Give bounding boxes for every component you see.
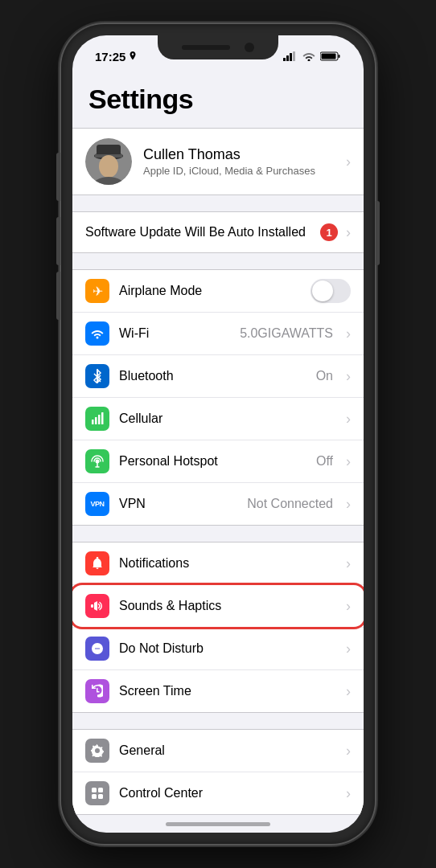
wifi-icon xyxy=(85,321,109,346)
screentime-icon-svg xyxy=(92,684,103,698)
svg-rect-2 xyxy=(290,53,292,61)
svg-rect-1 xyxy=(286,55,289,61)
controlcenter-label: Control Center xyxy=(119,786,336,800)
vpn-row[interactable]: VPN VPN Not Connected › xyxy=(72,483,364,525)
hotspot-label: Personal Hotspot xyxy=(119,454,306,469)
controlcenter-row[interactable]: Control Center › xyxy=(72,772,364,814)
vpn-icon: VPN xyxy=(85,492,109,516)
svg-rect-21 xyxy=(97,691,100,693)
bluetooth-icon xyxy=(85,364,109,388)
donotdisturb-row[interactable]: Do Not Disturb › xyxy=(72,628,364,670)
donotdisturb-chevron: › xyxy=(346,641,351,657)
donotdisturb-label: Do Not Disturb xyxy=(119,641,336,656)
location-icon xyxy=(129,51,137,61)
hotspot-value: Off xyxy=(316,454,333,469)
screentime-row[interactable]: Screen Time › xyxy=(72,670,364,712)
sounds-icon xyxy=(85,594,109,618)
screen-content[interactable]: Settings xyxy=(72,71,364,833)
bluetooth-chevron: › xyxy=(346,368,351,385)
signal-icon xyxy=(283,51,298,61)
svg-point-11 xyxy=(99,155,118,178)
notifications-group: Notifications › Sounds & Haptics xyxy=(72,542,364,713)
general-icon-svg xyxy=(91,744,104,757)
screentime-icon xyxy=(85,679,109,703)
cellular-icon-svg xyxy=(91,412,104,425)
profile-info: Cullen Thomas Apple ID, iCloud, Media & … xyxy=(143,146,335,177)
update-text: Software Update Will Be Auto Installed xyxy=(85,225,312,240)
notifications-row[interactable]: Notifications › xyxy=(72,542,364,585)
bluetooth-label: Bluetooth xyxy=(119,369,306,383)
connectivity-group: ✈ Airplane Mode Wi-Fi xyxy=(72,269,364,526)
sounds-chevron: › xyxy=(346,598,351,615)
svg-rect-16 xyxy=(101,412,104,424)
wifi-value: 5.0GIGAWATTS xyxy=(240,326,333,341)
screentime-chevron: › xyxy=(346,683,351,700)
update-section: Software Update Will Be Auto Installed 1… xyxy=(72,211,364,253)
profile-chevron: › xyxy=(346,154,351,170)
airplane-toggle[interactable] xyxy=(311,279,351,303)
general-label: General xyxy=(119,743,336,758)
update-badge: 1 xyxy=(320,223,338,241)
hotspot-row[interactable]: Personal Hotspot Off › xyxy=(72,440,364,483)
hotspot-icon-svg xyxy=(90,454,105,469)
svg-rect-13 xyxy=(92,420,94,424)
hotspot-icon xyxy=(85,449,109,473)
bluetooth-value: On xyxy=(316,369,333,383)
status-time: 17:25 xyxy=(95,50,137,63)
airplane-mode-row[interactable]: ✈ Airplane Mode xyxy=(72,270,364,313)
cellular-label: Cellular xyxy=(119,411,336,426)
wifi-status-icon xyxy=(302,51,315,61)
home-indicator xyxy=(166,822,270,826)
update-chevron: › xyxy=(346,224,351,241)
sounds-haptics-row[interactable]: Sounds & Haptics › xyxy=(72,585,364,628)
phone-frame: 17:25 xyxy=(61,24,375,844)
update-banner[interactable]: Software Update Will Be Auto Installed 1… xyxy=(72,211,364,253)
page-title: Settings xyxy=(88,84,348,115)
cellular-chevron: › xyxy=(346,411,351,428)
notifications-chevron: › xyxy=(346,555,351,572)
svg-rect-6 xyxy=(322,54,336,59)
cellular-icon xyxy=(85,407,109,431)
svg-rect-5 xyxy=(339,55,340,58)
notch xyxy=(158,35,278,59)
airplane-icon: ✈ xyxy=(85,279,109,303)
speaker xyxy=(182,45,230,50)
wifi-chevron: › xyxy=(346,326,351,342)
svg-rect-23 xyxy=(98,788,103,792)
battery-icon xyxy=(320,51,341,61)
hotspot-chevron: › xyxy=(346,453,351,470)
svg-rect-0 xyxy=(283,58,286,61)
phone-screen: 17:25 xyxy=(72,35,364,833)
screentime-label: Screen Time xyxy=(119,684,336,698)
general-row[interactable]: General › xyxy=(72,730,364,772)
avatar xyxy=(85,138,132,185)
vpn-chevron: › xyxy=(346,496,351,513)
profile-subtitle: Apple ID, iCloud, Media & Purchases xyxy=(143,165,335,177)
svg-rect-14 xyxy=(95,417,97,424)
wifi-label: Wi-Fi xyxy=(119,326,230,341)
controlcenter-chevron: › xyxy=(346,785,351,802)
sounds-label: Sounds & Haptics xyxy=(119,599,336,613)
notifications-icon-svg xyxy=(92,557,103,570)
general-group: General › Control Center › xyxy=(72,729,364,815)
sounds-icon-svg xyxy=(91,600,104,612)
settings-header: Settings xyxy=(72,71,364,121)
general-chevron: › xyxy=(346,743,351,760)
vpn-value: Not Connected xyxy=(247,497,333,511)
profile-row[interactable]: Cullen Thomas Apple ID, iCloud, Media & … xyxy=(72,128,364,195)
avatar-image xyxy=(85,138,132,185)
profile-name: Cullen Thomas xyxy=(143,146,335,163)
wifi-row[interactable]: Wi-Fi 5.0GIGAWATTS › xyxy=(72,313,364,355)
toggle-knob xyxy=(312,280,333,301)
vpn-label: VPN xyxy=(119,497,237,511)
donotdisturb-icon-svg xyxy=(91,642,104,655)
bluetooth-icon-svg xyxy=(92,369,103,383)
cellular-row[interactable]: Cellular › xyxy=(72,398,364,440)
svg-rect-3 xyxy=(293,51,295,61)
controlcenter-icon xyxy=(85,781,109,805)
status-icons xyxy=(283,51,341,61)
bluetooth-row[interactable]: Bluetooth On › xyxy=(72,355,364,398)
notifications-label: Notifications xyxy=(119,556,336,571)
controlcenter-icon-svg xyxy=(91,787,104,800)
camera xyxy=(245,43,254,52)
